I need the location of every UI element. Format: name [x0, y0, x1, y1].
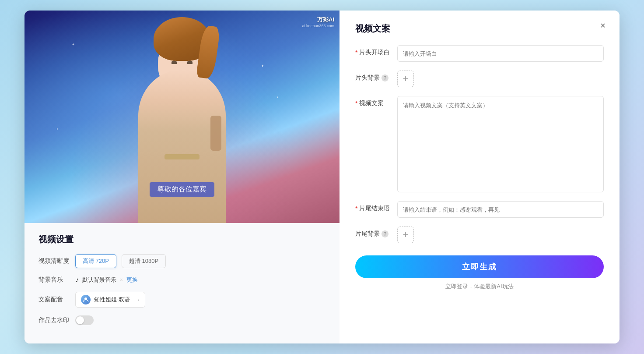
content-textarea[interactable]: [397, 96, 604, 192]
opening-required-star: *: [355, 49, 357, 56]
voice-avatar-icon: [81, 295, 91, 304]
video-settings: 视频设置 视频清晰度 高清 720P 超清 1080P 背景音乐 ♪ 默认背景音…: [24, 223, 340, 343]
opening-bg-label: 片头背景 ?: [355, 71, 390, 82]
quality-1080p-btn[interactable]: 超清 1080P: [122, 254, 166, 268]
opening-label: * 片头开场白: [355, 45, 390, 57]
settings-title: 视频设置: [38, 234, 326, 245]
login-hint: 立即登录，体验最新AI玩法: [445, 283, 513, 290]
star-decoration: ✦: [72, 42, 75, 46]
voice-name: 知性姐姐-双语: [94, 296, 134, 304]
quality-720p-btn[interactable]: 高清 720P: [75, 254, 116, 268]
avatar-hair: [154, 17, 210, 61]
star-decoration: ✦: [261, 64, 264, 68]
subtitle-bar: 尊敬的各位嘉宾: [150, 182, 214, 197]
opening-bg-label-text: 片头背景: [355, 74, 380, 82]
right-panel: × 视频文案 * 片头开场白 片头背景 ? + * 视频文案: [340, 11, 620, 343]
ending-bg-add-btn[interactable]: +: [397, 227, 414, 243]
ending-required-star: *: [355, 205, 357, 212]
avatar-bag: [210, 116, 221, 151]
video-preview: ✦ ✦ ✦ ✦ ✦ 万彩AI ai.keehan365.com: [24, 11, 340, 223]
content-row: * 视频文案: [355, 96, 604, 192]
quality-label: 视频清晰度: [38, 257, 70, 265]
voice-row: 文案配音 知性姐姐-双语 ›: [38, 292, 326, 308]
ending-label-text: 片尾结束语: [359, 205, 390, 212]
ending-label: * 片尾结束语: [355, 201, 390, 212]
avatar-belt: [164, 154, 200, 159]
modal-overlay: ✦ ✦ ✦ ✦ ✦ 万彩AI ai.keehan365.com: [24, 11, 620, 343]
opening-label-text: 片头开场白: [359, 49, 390, 57]
opening-row: * 片头开场白: [355, 45, 604, 62]
music-label: 背景音乐: [38, 276, 70, 284]
ending-row: * 片尾结束语: [355, 201, 604, 218]
submit-section: 立即生成 立即登录，体验最新AI玩法: [355, 255, 604, 290]
ending-input[interactable]: [397, 201, 604, 218]
opening-bg-add-btn[interactable]: +: [397, 71, 414, 87]
ending-bg-label-text: 片尾背景: [355, 230, 380, 238]
watermark-toggle-label: 作品去水印: [38, 316, 70, 324]
watermark-site: ai.keehan365.com: [302, 24, 334, 28]
opening-bg-row: 片头背景 ? +: [355, 71, 604, 87]
chevron-right-icon: ›: [138, 297, 140, 303]
music-control: ♪ 默认背景音乐 × 更换: [75, 276, 138, 284]
voice-control[interactable]: 知性姐姐-双语 ›: [75, 292, 145, 308]
panel-title: 视频文案: [355, 23, 604, 35]
star-decoration: ✦: [56, 127, 59, 131]
content-required-star: *: [355, 100, 357, 107]
ending-bg-label: 片尾背景 ?: [355, 227, 390, 238]
watermark-brand: 万彩AI: [317, 16, 334, 24]
opening-bg-help-icon[interactable]: ?: [382, 74, 388, 81]
music-replace-btn[interactable]: 更换: [126, 276, 138, 284]
music-row: 背景音乐 ♪ 默认背景音乐 × 更换: [38, 276, 326, 284]
close-button[interactable]: ×: [597, 19, 609, 32]
watermark: 万彩AI: [317, 16, 334, 24]
avatar-body: [138, 70, 226, 223]
content-label-text: 视频文案: [359, 99, 384, 107]
watermark-row: 作品去水印: [38, 315, 326, 325]
music-name: 默认背景音乐: [82, 276, 116, 284]
watermark-toggle[interactable]: [75, 315, 94, 325]
quality-row: 视频清晰度 高清 720P 超清 1080P: [38, 254, 326, 268]
submit-button[interactable]: 立即生成: [355, 255, 604, 278]
star-decoration: ✦: [276, 96, 279, 99]
ending-bg-help-icon[interactable]: ?: [382, 230, 388, 237]
music-divider: ×: [120, 277, 123, 283]
ending-bg-row: 片尾背景 ? +: [355, 227, 604, 243]
opening-input[interactable]: [397, 45, 604, 62]
voice-label: 文案配音: [38, 296, 70, 304]
content-label: * 视频文案: [355, 96, 390, 107]
music-icon: ♪: [75, 276, 79, 284]
left-panel: ✦ ✦ ✦ ✦ ✦ 万彩AI ai.keehan365.com: [24, 11, 340, 343]
